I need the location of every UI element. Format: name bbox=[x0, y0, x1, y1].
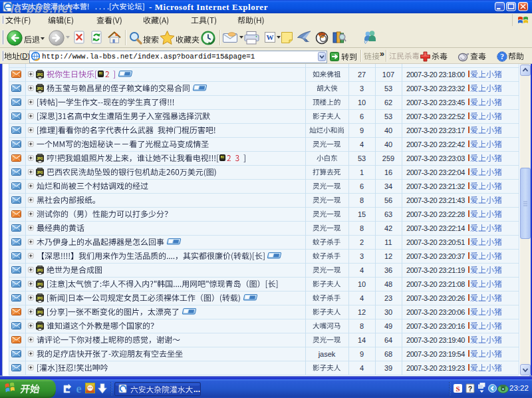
svg-text:S: S bbox=[456, 385, 460, 393]
svg-text:W: W bbox=[267, 33, 274, 41]
svg-text:?: ? bbox=[500, 53, 504, 61]
svg-text:e: e bbox=[76, 382, 82, 395]
svg-text:?: ? bbox=[468, 385, 472, 393]
